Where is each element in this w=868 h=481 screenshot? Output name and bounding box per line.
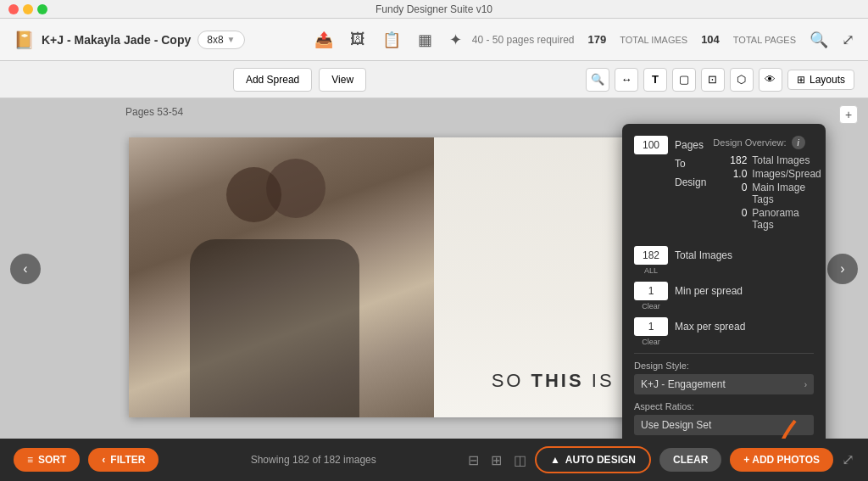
pages-required: 40 - 50 pages required bbox=[472, 34, 575, 46]
photo-background bbox=[129, 137, 434, 417]
filter-button[interactable]: ‹ FILTER bbox=[88, 448, 159, 472]
person2-head bbox=[226, 167, 281, 222]
design-style-select[interactable]: K+J - Engagement › bbox=[634, 374, 814, 394]
total-images-row: 182 ALL Total Images bbox=[634, 246, 814, 275]
sort-icon: ≡ bbox=[27, 454, 33, 466]
design-style-label: Design Style: bbox=[634, 361, 814, 371]
text-tool-button[interactable]: T bbox=[643, 68, 667, 92]
pages-input-group: 100 bbox=[634, 136, 668, 154]
aspect-ratios-select[interactable]: Use Design Set bbox=[634, 415, 814, 435]
share-icon[interactable]: 📤 bbox=[314, 31, 333, 49]
total-images-count: 179 bbox=[588, 33, 607, 46]
window-title: Fundy Designer Suite v10 bbox=[376, 3, 492, 15]
left-page bbox=[129, 137, 434, 417]
add-spread-button[interactable]: Add Spread bbox=[233, 68, 312, 92]
total-images-input-group: 182 ALL bbox=[634, 246, 668, 275]
clear-button[interactable]: CLEAR bbox=[659, 448, 721, 472]
min-input-group: 1 Clear bbox=[634, 282, 668, 310]
add-photos-button[interactable]: + ADD PHOTOS bbox=[730, 448, 833, 472]
bottom-bar: ≡ SORT ‹ FILTER Showing 182 of 182 image… bbox=[0, 439, 868, 481]
max-input-group: 1 Clear bbox=[634, 317, 668, 346]
overview-label: Design Overview: i bbox=[713, 136, 821, 149]
export-icon[interactable]: ✦ bbox=[449, 31, 462, 49]
pages-to-design-label: Pages To Design bbox=[675, 136, 706, 192]
size-badge[interactable]: 8x8 ▼ bbox=[198, 31, 244, 49]
total-images-input[interactable]: 182 bbox=[634, 246, 668, 265]
mosaic-icon[interactable]: ⊞ bbox=[491, 452, 502, 468]
fullscreen-icon[interactable]: ⤢ bbox=[842, 31, 854, 49]
min-per-spread-input[interactable]: 1 bbox=[634, 282, 668, 300]
up-arrow-icon: ▲ bbox=[550, 454, 560, 466]
divider1 bbox=[634, 353, 814, 354]
layers-icon[interactable]: ◫ bbox=[514, 452, 526, 468]
main-canvas-area: Pages 53-54 ‹ bbox=[0, 98, 868, 439]
add-page-button[interactable]: + bbox=[839, 105, 858, 124]
total-images-popup-label: Total Images bbox=[675, 246, 814, 265]
maximize-dot[interactable] bbox=[37, 4, 47, 14]
max-per-spread-input[interactable]: 1 bbox=[634, 317, 668, 336]
window-controls bbox=[8, 4, 47, 14]
showing-text: Showing 182 of 182 images bbox=[167, 454, 459, 466]
info-icon[interactable]: i bbox=[792, 136, 805, 149]
auto-design-button[interactable]: ▲ AUTO DESIGN bbox=[535, 446, 651, 473]
copy-icon[interactable]: 📋 bbox=[382, 31, 401, 49]
overview-grid: 182 Total Images 1.0 Images/Spread 0 Mai… bbox=[713, 154, 821, 231]
design-popup: 100 Pages To Design Design Overview: i 1… bbox=[622, 124, 826, 439]
chevron-right-icon: › bbox=[804, 380, 807, 389]
sec-toolbar-right: 🔍 ↔ T ▢ ⊡ ⬡ 👁 ⊞ Layouts bbox=[586, 68, 854, 92]
next-page-button[interactable]: › bbox=[827, 254, 858, 284]
canvas-container: Pages 53-54 ‹ bbox=[0, 98, 868, 439]
view-button[interactable]: View bbox=[319, 68, 366, 92]
total-images-label: TOTAL IMAGES bbox=[620, 35, 687, 45]
zoom-icon[interactable]: 🔍 bbox=[810, 31, 828, 49]
pages-to-design-row: 100 Pages To Design Design Overview: i 1… bbox=[634, 136, 814, 239]
sort-button[interactable]: ≡ SORT bbox=[14, 448, 80, 472]
image-tool-button[interactable]: ⊡ bbox=[701, 68, 725, 92]
toolbar-left: 📔 K+J - Makayla Jade - Copy 8x8 ▼ bbox=[14, 30, 304, 50]
spread-controls: Add Spread View bbox=[233, 68, 366, 92]
chevron-down-icon: ▼ bbox=[227, 35, 236, 44]
min-per-spread-row: 1 Clear Min per spread bbox=[634, 282, 814, 310]
title-bar: Fundy Designer Suite v10 bbox=[0, 0, 868, 19]
max-per-spread-label: Max per spread bbox=[675, 317, 814, 336]
total-pages-label: TOTAL PAGES bbox=[733, 35, 796, 45]
zoom-tool-button[interactable]: 🔍 bbox=[586, 68, 609, 92]
total-pages-count: 104 bbox=[701, 33, 720, 46]
export-bottom-icon[interactable]: ⤢ bbox=[842, 450, 854, 469]
project-title: K+J - Makayla Jade - Copy bbox=[42, 33, 191, 47]
bottom-icons: ⊟ ⊞ ◫ bbox=[468, 452, 526, 468]
eye-tool-button[interactable]: 👁 bbox=[759, 68, 782, 92]
toolbar-right: 40 - 50 pages required 179 TOTAL IMAGES … bbox=[472, 31, 854, 49]
main-toolbar: 📔 K+J - Makayla Jade - Copy 8x8 ▼ 📤 🖼 📋 … bbox=[0, 19, 868, 61]
grid-view-icon[interactable]: ⊟ bbox=[468, 452, 479, 468]
filter-icon: ‹ bbox=[102, 454, 105, 466]
aspect-ratios-label: Aspect Ratios: bbox=[634, 401, 814, 411]
page-label: Pages 53-54 bbox=[125, 103, 183, 119]
max-per-spread-row: 1 Clear Max per spread bbox=[634, 317, 814, 346]
mask-tool-button[interactable]: ⬡ bbox=[730, 68, 754, 92]
grid-icon: ⊞ bbox=[797, 74, 805, 86]
toolbar-center: 📤 🖼 📋 ▦ ✦ bbox=[314, 31, 462, 49]
pages-to-design-input[interactable]: 100 bbox=[634, 136, 668, 154]
prev-page-button[interactable]: ‹ bbox=[10, 254, 41, 284]
overview-header: Design Overview: i 182 Total Images 1.0 … bbox=[713, 136, 821, 239]
secondary-toolbar: Add Spread View 🔍 ↔ T ▢ ⊡ ⬡ 👁 ⊞ Layouts bbox=[0, 61, 868, 98]
gallery-icon[interactable]: 🖼 bbox=[350, 31, 365, 48]
layouts-button[interactable]: ⊞ Layouts bbox=[787, 70, 854, 90]
person-body bbox=[190, 239, 359, 417]
min-per-spread-label: Min per spread bbox=[675, 282, 814, 300]
box-tool-button[interactable]: ▢ bbox=[672, 68, 696, 92]
pan-tool-button[interactable]: ↔ bbox=[615, 68, 638, 92]
layout-icon[interactable]: ▦ bbox=[418, 31, 432, 49]
close-dot[interactable] bbox=[8, 4, 19, 14]
album-icon: 📔 bbox=[14, 30, 35, 50]
minimize-dot[interactable] bbox=[23, 4, 33, 14]
